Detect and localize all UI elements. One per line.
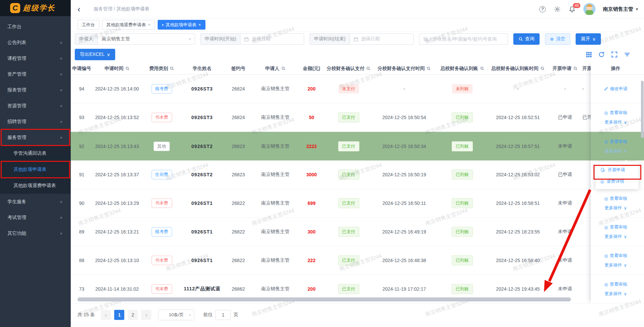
table-row-selected[interactable]: 92 2024-12-25 16:13:43 其他 0926ST2 26823 … [71, 132, 644, 160]
column-header[interactable]: 申请编号 [71, 63, 93, 74]
next-page-button[interactable]: › [141, 310, 151, 320]
view-review-link[interactable]: ◎查看审核 [604, 253, 627, 259]
fee-tag: 模考费 [152, 84, 172, 94]
table-row[interactable]: 93 2024-12-25 16:13:52 书本费 0926ST3 26824… [71, 103, 644, 132]
sidebar-item-other-payment-form[interactable]: 其他款项申请表 [0, 161, 71, 178]
search-icon[interactable] [426, 66, 431, 71]
refresh-icon[interactable] [598, 51, 605, 58]
view-review-link[interactable]: ◎查看审核 [604, 139, 627, 145]
column-header[interactable]: 学生姓名 [182, 63, 222, 74]
table-row[interactable]: 89 2024-12-25 16:13:21 模考费 0926ST1 26822… [71, 218, 644, 246]
bell-icon[interactable]: 49 [569, 5, 576, 13]
table-row[interactable]: 94 2024-12-25 16:14:00 模考费 0926ST3 26824… [71, 75, 644, 103]
cell-invoice-apply: 已申请 [549, 103, 581, 132]
column-header[interactable]: 总校财务确认到账 [438, 63, 487, 74]
sidebar-item-communication-form[interactable]: 学管沟通回访表 [0, 145, 71, 161]
view-review-link[interactable]: ◎查看审核 [604, 281, 627, 287]
search-button[interactable]: 查询 [513, 33, 540, 45]
search-icon[interactable] [281, 66, 286, 71]
page-button-1[interactable]: 1 [114, 310, 124, 320]
search-icon[interactable] [540, 66, 545, 71]
sidebar-item-assets[interactable]: 资产管理∨ [0, 66, 71, 82]
sidebar-item-notices[interactable]: 公告列表∨ [0, 35, 71, 50]
close-icon[interactable]: × [198, 22, 201, 27]
more-actions-link[interactable]: 更多操作 ∨ [605, 291, 627, 297]
export-excel-button[interactable]: 导出EXCEL ∨ [75, 49, 115, 60]
gear-icon[interactable] [554, 5, 561, 13]
help-icon[interactable]: ? [539, 5, 546, 13]
close-icon[interactable]: × [148, 22, 151, 27]
status-badge: 已支付 [338, 112, 359, 122]
tab-other-payment-form[interactable]: ●其他款项申请表× [158, 20, 205, 30]
page-button-2[interactable]: 2 [128, 310, 138, 320]
table-row[interactable]: 88 2024-12-25 16:13:10 书本费 0926ST1 26822… [71, 246, 644, 275]
sidebar-item-workbench[interactable]: 工作台 [0, 19, 71, 35]
cell-pay-status: 已支付 [327, 218, 371, 246]
search-icon[interactable] [125, 66, 130, 71]
user-menu-caret-icon[interactable]: ▾ [636, 7, 638, 11]
more-actions-link[interactable]: 更多操作 ∨ [605, 262, 627, 268]
goto-page-input[interactable] [215, 310, 231, 320]
expand-button[interactable]: 展开 ∨ [576, 33, 601, 45]
more-actions-link[interactable]: 更多操作 ∨ [605, 233, 627, 240]
sidebar-item-resources[interactable]: 资源管理∨ [0, 98, 71, 114]
cell-fee-type: 模考费 [141, 218, 182, 246]
popup-refund-detail[interactable]: ◎ 退费详情 [595, 176, 639, 187]
column-header[interactable]: 费用类别 [141, 63, 182, 74]
view-review-link[interactable]: ◎查看审核 [604, 224, 627, 230]
cell-arrive-time: 2024-12-25 16:58:51 [487, 189, 549, 217]
back-icon[interactable]: ‹ [77, 6, 86, 12]
start-date-input[interactable]: 选择日期 [240, 33, 304, 45]
table-row[interactable]: 91 2024-12-25 16:13:37 住宿费 0926ST2 26823… [71, 160, 644, 189]
grid-columns-icon[interactable] [585, 51, 592, 58]
avatar[interactable] [583, 3, 595, 15]
sidebar-item-reports[interactable]: 报表管理∨ [0, 82, 71, 98]
search-input[interactable] [419, 33, 508, 45]
table-row[interactable]: 90 2024-12-25 16:13:29 书本费 0926ST1 26822… [71, 189, 644, 218]
column-header[interactable]: 总校财务确认到账时间 [487, 63, 549, 74]
sidebar-item-service[interactable]: 服务管理 ∧ [0, 130, 71, 145]
filter-settings-icon[interactable] [624, 51, 631, 58]
more-actions-link-open[interactable]: 更多操作 ∨ [605, 148, 627, 154]
column-header[interactable]: 分校财务确认支付时间 [371, 63, 438, 74]
search-icon[interactable] [366, 66, 371, 71]
sidebar-item-other-refund-form[interactable]: 其他款项退费申请表 [0, 178, 71, 194]
breadcrumb-section[interactable]: 服务管理 [94, 6, 112, 11]
more-actions-link[interactable]: 更多操作 ∨ [605, 205, 627, 211]
popup-invoice-apply[interactable]: 开票申请 [595, 164, 639, 176]
sidebar-item-courses[interactable]: 课程管理∨ [0, 50, 71, 66]
sidebar-item-recruit[interactable]: 招聘管理∨ [0, 114, 71, 130]
prev-page-button[interactable]: ‹ [101, 310, 111, 320]
cell-arrive-status: 已到账 [438, 160, 487, 189]
search-icon[interactable] [573, 66, 578, 71]
search-icon[interactable] [170, 66, 174, 71]
search-icon[interactable] [480, 66, 484, 71]
tab-workbench[interactable]: 工作台 [77, 20, 99, 30]
column-header[interactable]: 签约号 [222, 63, 254, 74]
more-actions-link[interactable]: 更多操作 ∨ [605, 119, 627, 125]
clear-button[interactable]: ⊗ 清空 [545, 33, 571, 45]
column-header[interactable]: 分校财务确认支付 [327, 63, 371, 74]
tab-other-refund-form[interactable]: 其他款项退费申请表× [102, 20, 155, 30]
user-name[interactable]: 南京销售主管 [603, 6, 633, 12]
view-review-link[interactable]: ◎查看审核 [604, 110, 627, 116]
page-size-select[interactable]: 10条/页 ∨ [158, 310, 194, 320]
edit-apply-link[interactable]: 修改申请 [604, 86, 627, 92]
end-date-input[interactable]: 选择日期 [350, 33, 414, 45]
applicant-select[interactable]: 南京销售主管 ∨ [97, 33, 195, 45]
logo: C 超级学长 [0, 0, 71, 16]
column-header[interactable]: 申请人 [254, 63, 296, 74]
vertical-scrollbar[interactable] [641, 81, 644, 138]
column-header[interactable]: 开票申请 [549, 63, 581, 74]
column-header[interactable]: 申请时间 [93, 63, 141, 74]
view-review-link[interactable]: ◎查看审核 [604, 195, 627, 202]
fullscreen-icon[interactable] [611, 51, 618, 58]
sidebar-item-student-service[interactable]: 学生服务∨ [0, 194, 71, 210]
sidebar-item-other-functions[interactable]: 其它功能∨ [0, 225, 71, 241]
cell-amount: 300 [296, 218, 327, 246]
sidebar: C 超级学长 工作台 公告列表∨ 课程管理∨ 资产管理∨ 报表管理∨ 资源管理∨… [0, 0, 71, 327]
horizontal-scrollbar[interactable] [77, 297, 571, 301]
fee-tag: 书本费 [152, 256, 172, 265]
column-header[interactable]: 金额(元) [296, 63, 327, 74]
sidebar-item-exam[interactable]: 考试管理∨ [0, 210, 71, 225]
